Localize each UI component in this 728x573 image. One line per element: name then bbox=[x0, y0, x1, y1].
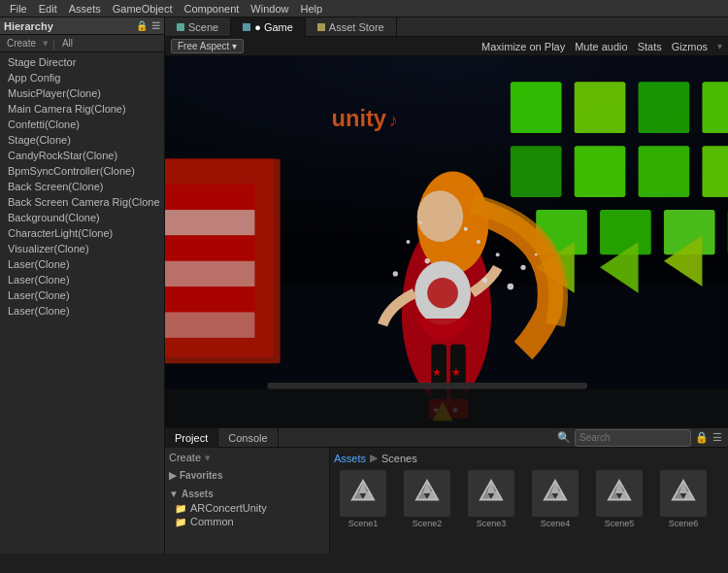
hierarchy-item[interactable]: Laser(Clone) bbox=[0, 287, 164, 303]
gizmos-chevron[interactable]: ▾ bbox=[717, 41, 722, 51]
tab-console[interactable]: Console bbox=[218, 428, 278, 448]
scene-toolbar-left: Free Aspect ▾ bbox=[171, 39, 244, 53]
maximize-on-play-btn[interactable]: Maximize on Play bbox=[481, 41, 565, 52]
unity-icon bbox=[660, 470, 707, 517]
asset-store-tab-icon bbox=[317, 23, 325, 31]
assets-label: Assets bbox=[182, 489, 214, 499]
hierarchy-header: Hierarchy 🔒 ☰ bbox=[0, 17, 164, 35]
right-area: Scene ● Game Asset Store Free Aspect ▾ M… bbox=[165, 17, 728, 554]
menu-window[interactable]: Window bbox=[245, 3, 294, 15]
hierarchy-item[interactable]: Main Camera Rig(Clone) bbox=[0, 101, 164, 117]
breadcrumb-sep: ▶ bbox=[370, 452, 378, 464]
hierarchy-item[interactable]: BpmSyncController(Clone) bbox=[0, 163, 164, 179]
hierarchy-toolbar: Create ▾ | All bbox=[0, 35, 164, 52]
hierarchy-item[interactable]: Laser(Clone) bbox=[0, 303, 164, 319]
favorites-triangle: ▶ bbox=[169, 470, 177, 481]
project-search-input[interactable] bbox=[575, 429, 691, 447]
asset-label: Scene2 bbox=[404, 519, 450, 528]
asset-label: Scene3 bbox=[468, 519, 514, 528]
hierarchy-create-btn[interactable]: Create bbox=[4, 38, 39, 49]
mute-audio-btn[interactable]: Mute audio bbox=[575, 41, 627, 52]
favorites-header: ▶ Favorites bbox=[169, 468, 325, 483]
unity-icon bbox=[340, 470, 386, 517]
tab-project-label: Project bbox=[175, 432, 208, 444]
menu-help[interactable]: Help bbox=[294, 3, 328, 15]
project-item-common[interactable]: 📁 Common bbox=[169, 515, 325, 528]
hierarchy-item[interactable]: Visualizer(Clone) bbox=[0, 241, 164, 256]
hierarchy-all-btn[interactable]: All bbox=[59, 38, 76, 49]
asset-label: Scene5 bbox=[596, 519, 643, 528]
asset-item[interactable]: Scene2 bbox=[398, 470, 456, 528]
panel-lock-icon[interactable]: 🔒 bbox=[695, 431, 709, 444]
scene-game-tabs: Scene ● Game Asset Store bbox=[165, 17, 728, 37]
breadcrumb-assets[interactable]: Assets bbox=[334, 453, 366, 464]
asset-store-tab-label: Asset Store bbox=[329, 21, 384, 33]
project-create-btn[interactable]: Create bbox=[169, 452, 201, 464]
tab-project[interactable]: Project bbox=[165, 428, 218, 448]
hierarchy-item[interactable]: Laser(Clone) bbox=[0, 256, 164, 272]
game-tab-label: ● Game bbox=[254, 21, 293, 33]
tab-game[interactable]: ● Game bbox=[231, 17, 306, 37]
hierarchy-item[interactable]: App Config bbox=[0, 70, 164, 85]
menu-file[interactable]: File bbox=[4, 3, 33, 15]
tab-asset-store[interactable]: Asset Store bbox=[306, 17, 397, 37]
hierarchy-item[interactable]: Confetti(Clone) bbox=[0, 117, 164, 132]
scene-toolbar-right: Maximize on Play Mute audio Stats Gizmos… bbox=[481, 41, 722, 52]
scene-tab-label: Scene bbox=[188, 21, 218, 33]
hierarchy-panel: Hierarchy 🔒 ☰ Create ▾ | All Stage Direc… bbox=[0, 17, 165, 554]
project-item-common-label: Common bbox=[190, 516, 234, 527]
menu-gameobject[interactable]: GameObject bbox=[107, 3, 179, 15]
stats-btn[interactable]: Stats bbox=[638, 41, 662, 52]
favorites-label: Favorites bbox=[180, 470, 222, 481]
hierarchy-item[interactable]: Stage(Clone) bbox=[0, 132, 164, 148]
hierarchy-item[interactable]: Stage Director bbox=[0, 54, 164, 70]
hierarchy-list: Stage DirectorApp ConfigMusicPlayer(Clon… bbox=[0, 52, 164, 554]
asset-item[interactable]: Scene3 bbox=[462, 470, 520, 528]
asset-label: Scene1 bbox=[340, 519, 386, 528]
hierarchy-lock-icon[interactable]: 🔒 bbox=[136, 20, 148, 31]
search-icon[interactable]: 🔍 bbox=[557, 431, 571, 444]
hierarchy-item[interactable]: CandyRockStar(Clone) bbox=[0, 148, 164, 163]
bottom-tabs: Project Console 🔍 🔒 ☰ bbox=[165, 428, 728, 448]
bottom-area: Project Console 🔍 🔒 ☰ Create bbox=[165, 427, 728, 554]
panel-menu-icon[interactable]: ☰ bbox=[712, 431, 722, 444]
assets-header: ▼ Assets bbox=[169, 487, 325, 501]
game-viewport: unity ♪ bbox=[165, 56, 728, 427]
hierarchy-item[interactable]: MusicPlayer(Clone) bbox=[0, 85, 164, 101]
top-menu-bar: File Edit Assets GameObject Component Wi… bbox=[0, 0, 728, 17]
hierarchy-item[interactable]: Laser(Clone) bbox=[0, 272, 164, 287]
project-panel-left: Create ▾ ▶ Favorites ▼ Assets 📁 ARConcer… bbox=[165, 448, 330, 554]
tab-scene[interactable]: Scene bbox=[165, 17, 231, 37]
asset-item[interactable]: Scene5 bbox=[590, 470, 648, 528]
breadcrumb-scenes[interactable]: Scenes bbox=[381, 453, 417, 464]
asset-item[interactable]: Scene4 bbox=[526, 470, 584, 528]
hierarchy-item[interactable]: Back Screen(Clone) bbox=[0, 179, 164, 194]
folder-icon-common: 📁 bbox=[175, 517, 186, 527]
menu-assets[interactable]: Assets bbox=[63, 3, 107, 15]
assets-breadcrumb: Assets ▶ Scenes bbox=[334, 452, 724, 464]
svg-rect-55 bbox=[165, 56, 728, 427]
tab-console-label: Console bbox=[228, 432, 267, 444]
main-area: Hierarchy 🔒 ☰ Create ▾ | All Stage Direc… bbox=[0, 17, 728, 554]
menu-edit[interactable]: Edit bbox=[33, 3, 63, 15]
asset-item[interactable]: Scene6 bbox=[654, 470, 712, 528]
hierarchy-item[interactable]: CharacterLight(Clone) bbox=[0, 225, 164, 241]
project-item-arconcertunity[interactable]: 📁 ARConcertUnity bbox=[169, 501, 325, 515]
menu-component[interactable]: Component bbox=[178, 3, 245, 15]
scene-toolbar: Free Aspect ▾ Maximize on Play Mute audi… bbox=[165, 37, 728, 56]
aspect-label: Free Aspect bbox=[178, 41, 229, 51]
game-tab-icon bbox=[243, 23, 250, 31]
aspect-dropdown[interactable]: Free Aspect ▾ bbox=[171, 39, 244, 53]
asset-label: Scene6 bbox=[660, 519, 707, 528]
assets-triangle: ▼ bbox=[169, 489, 179, 499]
hierarchy-item[interactable]: Background(Clone) bbox=[0, 210, 164, 225]
gizmos-btn[interactable]: Gizmos bbox=[672, 41, 708, 52]
bottom-content: Create ▾ ▶ Favorites ▼ Assets 📁 ARConcer… bbox=[165, 448, 728, 554]
asset-item[interactable]: Scene1 bbox=[334, 470, 392, 528]
aspect-chevron: ▾ bbox=[232, 41, 237, 51]
folder-icon-arc: 📁 bbox=[175, 503, 186, 514]
hierarchy-item[interactable]: Back Screen Camera Rig(Clone bbox=[0, 194, 164, 210]
unity-icon bbox=[532, 470, 579, 517]
assets-grid: Scene1Scene2Scene3Scene4Scene5Scene6 bbox=[334, 470, 724, 528]
hierarchy-menu-icon[interactable]: ☰ bbox=[151, 20, 160, 31]
